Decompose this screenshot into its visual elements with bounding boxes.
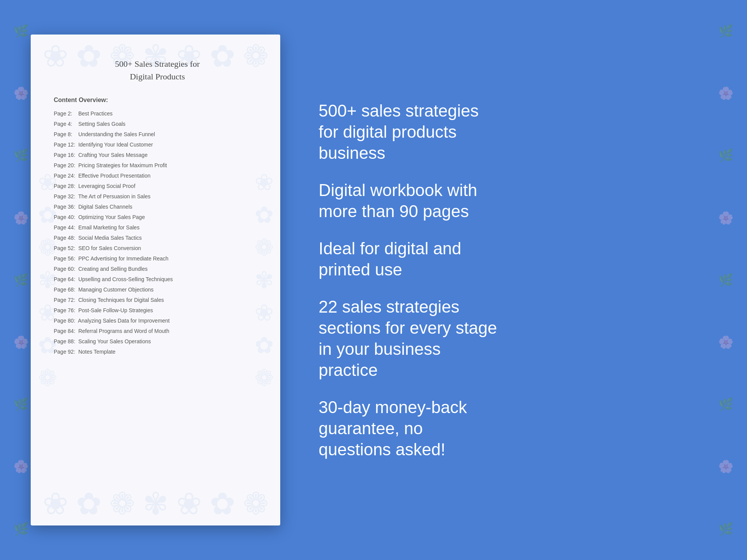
toc-page-number: Page 84: bbox=[54, 327, 77, 335]
toc-item: Page 92: Notes Template bbox=[54, 348, 261, 356]
toc-item: Page 24: Effective Product Presentation bbox=[54, 172, 261, 180]
toc-item: Page 56: PPC Advertising for Immediate R… bbox=[54, 255, 261, 263]
toc-title: Identifying Your Ideal Customer bbox=[77, 142, 153, 148]
toc-title: Post-Sale Follow-Up Strategies bbox=[77, 307, 153, 313]
toc-title: Referral Programs and Word of Mouth bbox=[77, 328, 169, 334]
toc-page-number: Page 76: bbox=[54, 306, 77, 315]
feature-item: 500+ sales strategies for digital produc… bbox=[319, 100, 716, 163]
toc-item: Page 64: Upselling and Cross-Selling Tec… bbox=[54, 275, 261, 283]
toc-title: Effective Product Presentation bbox=[77, 173, 150, 179]
toc-item: Page 4: Setting Sales Goals bbox=[54, 120, 261, 128]
section-heading: Content Overview: bbox=[54, 97, 261, 104]
toc-page-number: Page 24: bbox=[54, 172, 77, 180]
toc-page-number: Page 32: bbox=[54, 193, 77, 201]
doc-watermark-bottom: ❀ ✿ ❁ ✾ ❀ ✿ ❁ bbox=[43, 486, 269, 522]
toc-item: Page 88: Scaling Your Sales Operations bbox=[54, 338, 261, 346]
toc-title: Email Marketing for Sales bbox=[77, 224, 139, 231]
toc-title: Managing Customer Objections bbox=[77, 287, 154, 293]
toc-title: Analyzing Sales Data for Improvement bbox=[77, 318, 170, 324]
toc-item: Page 44: Email Marketing for Sales bbox=[54, 224, 261, 232]
toc-item: Page 48: Social Media Sales Tactics bbox=[54, 234, 261, 242]
document-title: 500+ Sales Strategies for Digital Produc… bbox=[54, 58, 261, 83]
toc-item: Page 72: Closing Techniques for Digital … bbox=[54, 296, 261, 304]
toc-title: Notes Template bbox=[77, 349, 116, 355]
toc-title: Leveraging Social Proof bbox=[77, 183, 136, 189]
toc-title: Digital Sales Channels bbox=[77, 204, 132, 210]
toc-page-number: Page 2: bbox=[54, 110, 77, 118]
table-of-contents: Page 2: Best PracticesPage 4: Setting Sa… bbox=[54, 110, 261, 356]
main-container: ❀ ✿ ❁ ✾ ❀ ✿ ❁ ❀ ✿ ❁ ✾ ❀ ✿ ❁ ❀ ✿ ❁ ✾ ❀ ✿ … bbox=[0, 0, 747, 560]
feature-item: 30-day money-back guarantee, no question… bbox=[319, 397, 716, 460]
toc-item: Page 80: Analyzing Sales Data for Improv… bbox=[54, 317, 261, 325]
toc-page-number: Page 68: bbox=[54, 286, 77, 294]
toc-title: Upselling and Cross-Selling Techniques bbox=[77, 276, 173, 282]
toc-title: Social Media Sales Tactics bbox=[77, 235, 142, 241]
toc-title: Best Practices bbox=[77, 110, 112, 117]
toc-item: Page 8: Understanding the Sales Funnel bbox=[54, 130, 261, 138]
toc-item: Page 28: Leveraging Social Proof bbox=[54, 182, 261, 190]
toc-title: Pricing Strategies for Maximum Profit bbox=[77, 162, 167, 168]
toc-page-number: Page 92: bbox=[54, 348, 77, 356]
toc-page-number: Page 36: bbox=[54, 203, 77, 211]
toc-page-number: Page 28: bbox=[54, 182, 77, 190]
toc-title: Crafting Your Sales Message bbox=[77, 152, 147, 158]
toc-item: Page 40: Optimizing Your Sales Page bbox=[54, 213, 261, 221]
toc-title: The Art of Persuasion in Sales bbox=[77, 193, 150, 199]
feature-item: Digital workbook with more than 90 pages bbox=[319, 180, 716, 222]
toc-page-number: Page 8: bbox=[54, 130, 77, 138]
toc-page-number: Page 60: bbox=[54, 265, 77, 273]
toc-page-number: Page 40: bbox=[54, 213, 77, 221]
toc-item: Page 16: Crafting Your Sales Message bbox=[54, 151, 261, 159]
toc-item: Page 32: The Art of Persuasion in Sales bbox=[54, 193, 261, 201]
toc-page-number: Page 12: bbox=[54, 141, 77, 149]
toc-page-number: Page 80: bbox=[54, 317, 77, 325]
toc-page-number: Page 44: bbox=[54, 224, 77, 232]
toc-item: Page 36: Digital Sales Channels bbox=[54, 203, 261, 211]
toc-item: Page 68: Managing Customer Objections bbox=[54, 286, 261, 294]
toc-title: Setting Sales Goals bbox=[77, 121, 126, 127]
toc-page-number: Page 48: bbox=[54, 234, 77, 242]
toc-page-number: Page 20: bbox=[54, 161, 77, 170]
toc-item: Page 20: Pricing Strategies for Maximum … bbox=[54, 161, 261, 170]
toc-page-number: Page 64: bbox=[54, 275, 77, 283]
toc-page-number: Page 56: bbox=[54, 255, 77, 263]
toc-title: PPC Advertising for Immediate Reach bbox=[77, 255, 169, 262]
toc-title: SEO for Sales Conversion bbox=[77, 245, 141, 251]
toc-page-number: Page 16: bbox=[54, 151, 77, 159]
document-page: ❀ ✿ ❁ ✾ ❀ ✿ ❁ ❀ ✿ ❁ ✾ ❀ ✿ ❁ ❀ ✿ ❁ ✾ ❀ ✿ … bbox=[31, 35, 280, 525]
feature-item: 22 sales strategies sections for every s… bbox=[319, 296, 716, 380]
toc-item: Page 12: Identifying Your Ideal Customer bbox=[54, 141, 261, 149]
toc-title: Scaling Your Sales Operations bbox=[77, 338, 151, 344]
toc-title: Optimizing Your Sales Page bbox=[77, 214, 145, 220]
toc-page-number: Page 72: bbox=[54, 296, 77, 304]
toc-page-number: Page 4: bbox=[54, 120, 77, 128]
toc-item: Page 76: Post-Sale Follow-Up Strategies bbox=[54, 306, 261, 315]
features-panel: 500+ sales strategies for digital produc… bbox=[311, 100, 716, 460]
toc-page-number: Page 88: bbox=[54, 338, 77, 346]
toc-item: Page 84: Referral Programs and Word of M… bbox=[54, 327, 261, 335]
toc-title: Creating and Selling Bundles bbox=[77, 266, 147, 272]
toc-page-number: Page 52: bbox=[54, 244, 77, 252]
feature-item: Ideal for digital and printed use bbox=[319, 238, 716, 280]
toc-item: Page 2: Best Practices bbox=[54, 110, 261, 118]
toc-item: Page 60: Creating and Selling Bundles bbox=[54, 265, 261, 273]
toc-title: Understanding the Sales Funnel bbox=[77, 131, 155, 137]
toc-title: Closing Techniques for Digital Sales bbox=[77, 297, 164, 303]
toc-item: Page 52: SEO for Sales Conversion bbox=[54, 244, 261, 252]
